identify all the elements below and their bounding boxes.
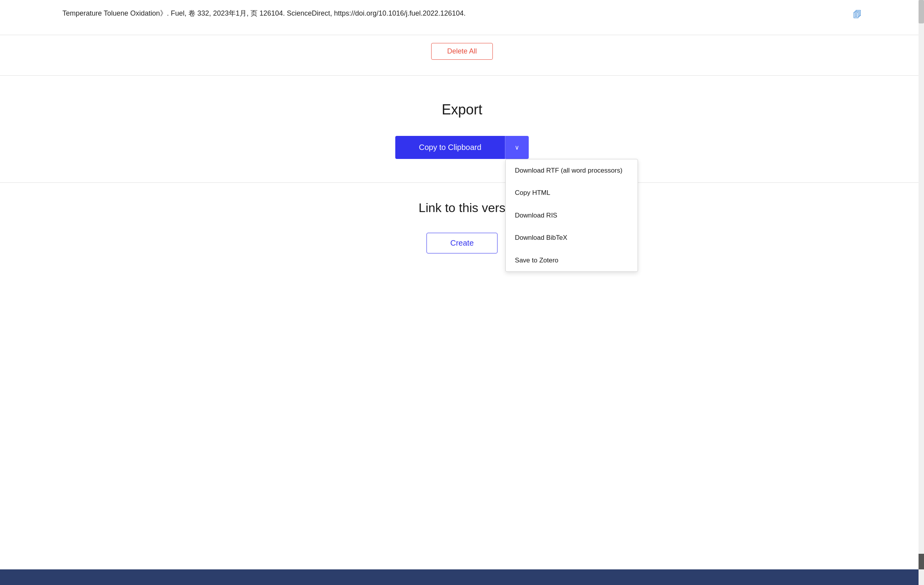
chevron-down-icon: ∨ xyxy=(515,144,519,151)
dropdown-item-zotero[interactable]: Save to Zotero xyxy=(506,249,638,272)
copy-citation-icon[interactable]: 🗐 xyxy=(853,8,862,21)
export-section: Export Copy to Clipboard ∨ Download RTF … xyxy=(0,76,924,182)
scrollbar-track[interactable] xyxy=(919,0,924,585)
export-dropdown-menu: Download RTF (all word processors) Copy … xyxy=(505,159,638,272)
copy-clipboard-container: Copy to Clipboard ∨ Download RTF (all wo… xyxy=(395,136,528,159)
dropdown-item-ris[interactable]: Download RIS xyxy=(506,204,638,227)
citation-section: Temperature Toluene Oxidation》. Fuel, 卷 … xyxy=(0,0,924,35)
main-content: Temperature Toluene Oxidation》. Fuel, 卷 … xyxy=(0,0,924,585)
dropdown-item-bibtex[interactable]: Download BibTeX xyxy=(506,227,638,249)
bottom-bar xyxy=(0,569,919,585)
citation-content: Temperature Toluene Oxidation》. Fuel, 卷 … xyxy=(62,9,466,17)
export-title: Export xyxy=(442,99,482,120)
copy-to-clipboard-button[interactable]: Copy to Clipboard xyxy=(395,136,505,159)
dropdown-item-rtf[interactable]: Download RTF (all word processors) xyxy=(506,159,638,182)
delete-all-section: Delete All xyxy=(0,35,924,75)
citation-text: Temperature Toluene Oxidation》. Fuel, 卷 … xyxy=(62,8,862,19)
export-dropdown-toggle[interactable]: ∨ xyxy=(505,136,529,159)
delete-all-button[interactable]: Delete All xyxy=(431,43,493,60)
scrollbar-thumb[interactable] xyxy=(919,0,924,23)
page-wrapper: Temperature Toluene Oxidation》. Fuel, 卷 … xyxy=(0,0,924,585)
link-section: Link to this vers Create xyxy=(0,183,924,277)
create-button[interactable]: Create xyxy=(426,233,498,253)
scrollbar-thumb-bottom[interactable] xyxy=(919,554,924,569)
link-section-title: Link to this vers xyxy=(419,198,505,217)
dropdown-item-html[interactable]: Copy HTML xyxy=(506,182,638,204)
